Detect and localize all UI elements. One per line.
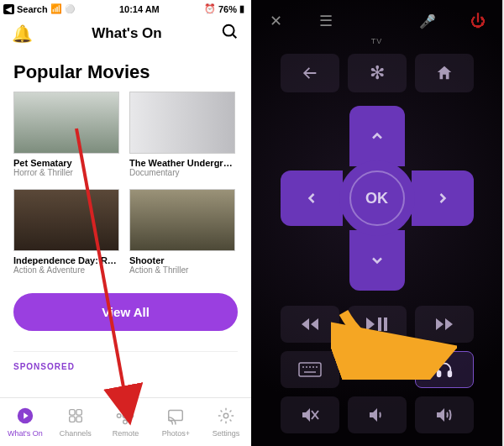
svg-line-1 xyxy=(233,34,237,39)
svg-point-13 xyxy=(223,413,228,418)
svg-rect-12 xyxy=(169,411,183,421)
tab-label: What's On xyxy=(8,429,43,438)
svg-rect-5 xyxy=(69,417,74,422)
svg-point-0 xyxy=(223,25,234,36)
options-button[interactable]: ✻ xyxy=(348,54,407,92)
svg-rect-22 xyxy=(437,371,440,376)
movie-title: Pet Sematary xyxy=(13,158,119,168)
page-title: What's On xyxy=(92,25,161,42)
volume-up-button[interactable] xyxy=(415,396,474,433)
movie-card[interactable]: Shooter Action & Thriller xyxy=(129,189,235,275)
svg-point-7 xyxy=(123,413,129,418)
movie-title: Shooter xyxy=(129,255,235,265)
back-label[interactable]: Search xyxy=(17,4,48,14)
svg-rect-6 xyxy=(76,417,81,422)
grid-icon xyxy=(66,407,85,427)
movie-genre: Action & Adventure xyxy=(13,265,119,275)
movie-list: Pet Sematary Horror & Thriller The Weath… xyxy=(0,92,251,177)
search-icon[interactable] xyxy=(221,23,239,45)
remote-volume-row xyxy=(251,396,502,433)
movie-thumbnail xyxy=(13,92,119,154)
tab-label: Remote xyxy=(113,429,139,438)
movie-card[interactable]: The Weather Undergro… Documentary xyxy=(129,92,235,177)
tab-settings[interactable]: Settings xyxy=(201,398,251,446)
remote-extra-row xyxy=(251,351,502,388)
svg-point-11 xyxy=(130,414,134,418)
section-title: Popular Movies xyxy=(0,50,251,92)
ok-label: OK xyxy=(349,171,405,226)
remote-icon xyxy=(116,407,134,427)
tab-bar: What's On Channels Remote Photos+ Settin… xyxy=(0,397,251,446)
wifi-icon: ⚪ xyxy=(65,4,75,13)
battery-icon: ▮ xyxy=(239,3,244,14)
tab-label: Channels xyxy=(60,429,92,438)
remote-nav-row: ✻ xyxy=(251,54,502,92)
notifications-icon[interactable]: 🔔 xyxy=(12,24,33,44)
status-time: 10:14 AM xyxy=(119,4,160,14)
svg-rect-15 xyxy=(299,363,321,376)
battery-pct: 76% xyxy=(218,4,237,14)
movie-title: The Weather Undergro… xyxy=(129,158,235,168)
play-pause-button[interactable] xyxy=(348,306,407,343)
svg-rect-23 xyxy=(448,371,451,376)
svg-point-10 xyxy=(118,414,122,418)
header: 🔔 What's On xyxy=(0,14,251,50)
svg-point-9 xyxy=(123,420,128,424)
gear-icon xyxy=(217,407,235,427)
power-icon[interactable]: ⏻ xyxy=(467,13,489,30)
mic-icon[interactable]: 🎤 xyxy=(417,13,438,29)
tab-photos[interactable]: Photos+ xyxy=(150,398,201,446)
tab-whats-on[interactable]: What's On xyxy=(0,398,50,446)
movie-thumbnail xyxy=(13,189,119,251)
dpad-up[interactable] xyxy=(349,106,405,166)
svg-rect-3 xyxy=(69,410,74,415)
movie-thumbnail xyxy=(129,189,235,251)
dpad-right[interactable] xyxy=(412,171,474,226)
keyboard-button[interactable] xyxy=(281,351,339,388)
remote-playback-row xyxy=(251,306,502,343)
movie-list: Independence Day: Res… Action & Adventur… xyxy=(0,189,251,275)
alarm-icon: ⏰ xyxy=(204,3,216,14)
mute-button[interactable] xyxy=(281,396,339,433)
movie-genre: Action & Thriller xyxy=(129,265,235,275)
signal-icon: 📶 xyxy=(50,3,62,14)
dpad-ok[interactable]: OK xyxy=(339,160,415,236)
fast-forward-button[interactable] xyxy=(415,306,474,343)
close-icon[interactable]: ✕ xyxy=(265,12,286,30)
svg-rect-4 xyxy=(76,410,81,415)
app-screen: ◀ Search 📶 ⚪ 10:14 AM ⏰ 76% ▮ 🔔 What's O… xyxy=(0,0,251,446)
back-button[interactable] xyxy=(281,54,339,92)
tab-label: Settings xyxy=(213,429,240,438)
tab-remote[interactable]: Remote xyxy=(101,398,151,446)
home-button[interactable] xyxy=(415,54,474,92)
movie-genre: Documentary xyxy=(129,168,235,177)
device-label: TV xyxy=(251,37,502,45)
svg-point-8 xyxy=(123,407,128,412)
headphones-button[interactable] xyxy=(415,351,474,388)
movie-card[interactable]: Independence Day: Res… Action & Adventur… xyxy=(13,189,119,275)
dpad-left[interactable] xyxy=(281,171,343,226)
cast-icon xyxy=(166,407,185,427)
sponsored-label: SPONSORED xyxy=(13,351,238,371)
movie-thumbnail xyxy=(129,92,235,154)
tab-channels[interactable]: Channels xyxy=(50,398,101,446)
menu-icon[interactable]: ☰ xyxy=(315,12,337,30)
dpad: OK xyxy=(281,106,474,291)
movie-card[interactable]: Pet Sematary Horror & Thriller xyxy=(13,92,119,177)
volume-down-button[interactable] xyxy=(348,396,407,433)
rewind-button[interactable] xyxy=(281,306,339,343)
movie-genre: Horror & Thriller xyxy=(13,168,119,177)
remote-top-bar: ✕ ☰ 🎤 ⏻ xyxy=(251,0,502,37)
remote-screen: ✕ ☰ 🎤 ⏻ TV ✻ OK xyxy=(251,0,502,446)
play-circle-icon xyxy=(16,407,34,427)
back-to-search[interactable]: ◀ xyxy=(3,4,14,14)
view-all-button[interactable]: View All xyxy=(13,293,238,331)
status-bar: ◀ Search 📶 ⚪ 10:14 AM ⏰ 76% ▮ xyxy=(0,0,251,14)
movie-title: Independence Day: Res… xyxy=(13,255,119,265)
dpad-down[interactable] xyxy=(349,230,405,291)
tab-label: Photos+ xyxy=(162,429,190,438)
